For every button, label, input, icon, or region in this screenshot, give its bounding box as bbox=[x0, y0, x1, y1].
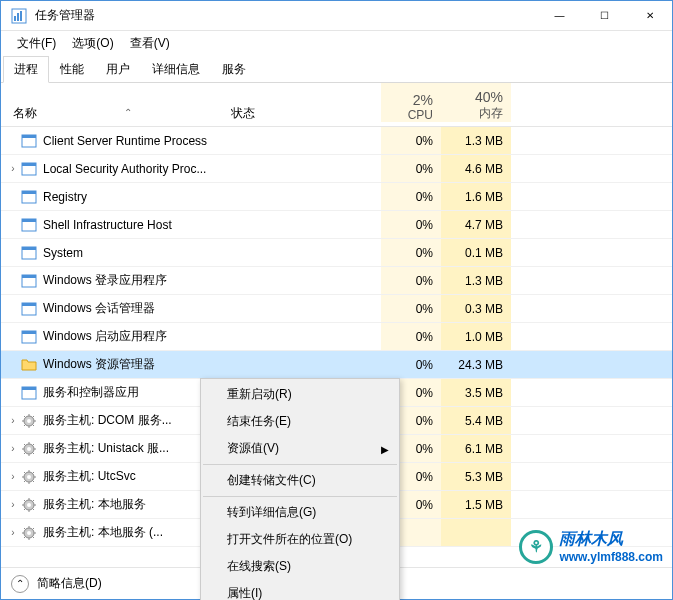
column-header-name[interactable]: ⌃ 名称 bbox=[1, 105, 231, 122]
tab-services[interactable]: 服务 bbox=[211, 56, 257, 83]
ctx-properties[interactable]: 属性(I) bbox=[203, 580, 397, 600]
svg-rect-9 bbox=[22, 191, 36, 194]
mem-total-pct: 40% bbox=[475, 89, 503, 105]
svg-rect-2 bbox=[17, 13, 19, 21]
separator bbox=[203, 496, 397, 497]
maximize-button[interactable]: ☐ bbox=[582, 1, 627, 31]
process-memory: 6.1 MB bbox=[441, 435, 511, 462]
menu-file[interactable]: 文件(F) bbox=[9, 33, 64, 54]
process-name: Shell Infrastructure Host bbox=[43, 218, 172, 232]
process-cpu: 0% bbox=[381, 127, 441, 154]
table-row[interactable]: System0%0.1 MB bbox=[1, 239, 672, 267]
menu-view[interactable]: 查看(V) bbox=[122, 33, 178, 54]
mem-label: 内存 bbox=[479, 105, 503, 122]
titlebar: 任务管理器 — ☐ ✕ bbox=[1, 1, 672, 31]
tab-users[interactable]: 用户 bbox=[95, 56, 141, 83]
process-memory: 4.6 MB bbox=[441, 155, 511, 182]
fewer-details-link[interactable]: 简略信息(D) bbox=[37, 575, 102, 592]
process-memory: 0.3 MB bbox=[441, 295, 511, 322]
gear-icon bbox=[21, 413, 37, 429]
table-row[interactable]: Registry0%1.6 MB bbox=[1, 183, 672, 211]
expand-arrow-icon[interactable]: › bbox=[5, 415, 21, 426]
svg-rect-15 bbox=[22, 275, 36, 278]
svg-point-25 bbox=[27, 447, 31, 451]
app-icon bbox=[21, 301, 37, 317]
svg-rect-3 bbox=[20, 11, 22, 21]
svg-rect-19 bbox=[22, 331, 36, 334]
ctx-search-online[interactable]: 在线搜索(S) bbox=[203, 553, 397, 580]
ctx-restart[interactable]: 重新启动(R) bbox=[203, 381, 397, 408]
column-header-cpu[interactable]: 2% CPU bbox=[381, 83, 441, 122]
ctx-end-task[interactable]: 结束任务(E) bbox=[203, 408, 397, 435]
table-row[interactable]: Windows 登录应用程序0%1.3 MB bbox=[1, 267, 672, 295]
process-name-cell: Registry bbox=[1, 189, 231, 205]
process-name-cell: ›服务主机: DCOM 服务... bbox=[1, 412, 231, 429]
minimize-button[interactable]: — bbox=[537, 1, 582, 31]
process-name: 服务主机: DCOM 服务... bbox=[43, 412, 172, 429]
process-name: 服务主机: 本地服务 bbox=[43, 496, 146, 513]
process-cpu: 0% bbox=[381, 239, 441, 266]
expand-arrow-icon[interactable]: › bbox=[5, 163, 21, 174]
app-icon bbox=[21, 133, 37, 149]
process-memory: 4.7 MB bbox=[441, 211, 511, 238]
tab-processes[interactable]: 进程 bbox=[3, 56, 49, 83]
process-name: 服务和控制器应用 bbox=[43, 384, 139, 401]
process-memory: 1.6 MB bbox=[441, 183, 511, 210]
menu-options[interactable]: 选项(O) bbox=[64, 33, 121, 54]
table-row[interactable]: Shell Infrastructure Host0%4.7 MB bbox=[1, 211, 672, 239]
app-icon bbox=[21, 217, 37, 233]
tab-details[interactable]: 详细信息 bbox=[141, 56, 211, 83]
table-row[interactable]: Windows 会话管理器0%0.3 MB bbox=[1, 295, 672, 323]
table-row[interactable]: Windows 资源管理器0%24.3 MB bbox=[1, 351, 672, 379]
app-icon bbox=[21, 273, 37, 289]
ctx-goto-details[interactable]: 转到详细信息(G) bbox=[203, 499, 397, 526]
process-name-cell: Windows 会话管理器 bbox=[1, 300, 231, 317]
process-name: Windows 资源管理器 bbox=[43, 356, 155, 373]
process-cpu: 0% bbox=[381, 155, 441, 182]
folder-icon bbox=[21, 357, 37, 373]
chevron-up-icon[interactable]: ⌃ bbox=[11, 575, 29, 593]
table-row[interactable]: ›Local Security Authority Proc...0%4.6 M… bbox=[1, 155, 672, 183]
column-header-memory[interactable]: 40% 内存 bbox=[441, 83, 511, 122]
close-button[interactable]: ✕ bbox=[627, 1, 672, 31]
process-cpu: 0% bbox=[381, 183, 441, 210]
ctx-resource-values[interactable]: 资源值(V) ▶ bbox=[203, 435, 397, 462]
process-name-cell: ›服务主机: 本地服务 (... bbox=[1, 524, 231, 541]
table-row[interactable]: Client Server Runtime Process0%1.3 MB bbox=[1, 127, 672, 155]
watermark: ⚘ 雨林木风 www.ylmf888.com bbox=[519, 529, 663, 564]
process-memory bbox=[441, 519, 511, 546]
watermark-logo-icon: ⚘ bbox=[519, 530, 553, 564]
svg-rect-17 bbox=[22, 303, 36, 306]
process-name-cell: ›服务主机: Unistack 服... bbox=[1, 440, 231, 457]
svg-rect-1 bbox=[14, 16, 16, 21]
table-row[interactable]: Windows 启动应用程序0%1.0 MB bbox=[1, 323, 672, 351]
cpu-label: CPU bbox=[408, 108, 433, 122]
expand-arrow-icon[interactable]: › bbox=[5, 527, 21, 538]
process-memory: 5.3 MB bbox=[441, 463, 511, 490]
ctx-create-dump[interactable]: 创建转储文件(C) bbox=[203, 467, 397, 494]
column-headers: ⌃ 名称 状态 2% CPU 40% 内存 bbox=[1, 83, 672, 127]
process-name-cell: Windows 启动应用程序 bbox=[1, 328, 231, 345]
svg-rect-5 bbox=[22, 135, 36, 138]
expand-arrow-icon[interactable]: › bbox=[5, 499, 21, 510]
process-name-cell: Windows 资源管理器 bbox=[1, 356, 231, 373]
window-controls: — ☐ ✕ bbox=[537, 1, 672, 31]
process-name: 服务主机: Unistack 服... bbox=[43, 440, 169, 457]
ctx-open-location[interactable]: 打开文件所在的位置(O) bbox=[203, 526, 397, 553]
process-name-cell: ›服务主机: 本地服务 bbox=[1, 496, 231, 513]
svg-point-29 bbox=[27, 503, 31, 507]
app-icon bbox=[21, 161, 37, 177]
process-name: System bbox=[43, 246, 83, 260]
svg-rect-11 bbox=[22, 219, 36, 222]
process-name: Registry bbox=[43, 190, 87, 204]
tab-performance[interactable]: 性能 bbox=[49, 56, 95, 83]
process-cpu: 0% bbox=[381, 295, 441, 322]
context-menu: 重新启动(R) 结束任务(E) 资源值(V) ▶ 创建转储文件(C) 转到详细信… bbox=[200, 378, 400, 600]
expand-arrow-icon[interactable]: › bbox=[5, 443, 21, 454]
column-header-status[interactable]: 状态 bbox=[231, 105, 381, 122]
separator bbox=[203, 464, 397, 465]
svg-point-31 bbox=[27, 531, 31, 535]
chevron-right-icon: ▶ bbox=[381, 443, 389, 454]
window-title: 任务管理器 bbox=[35, 7, 537, 24]
expand-arrow-icon[interactable]: › bbox=[5, 471, 21, 482]
